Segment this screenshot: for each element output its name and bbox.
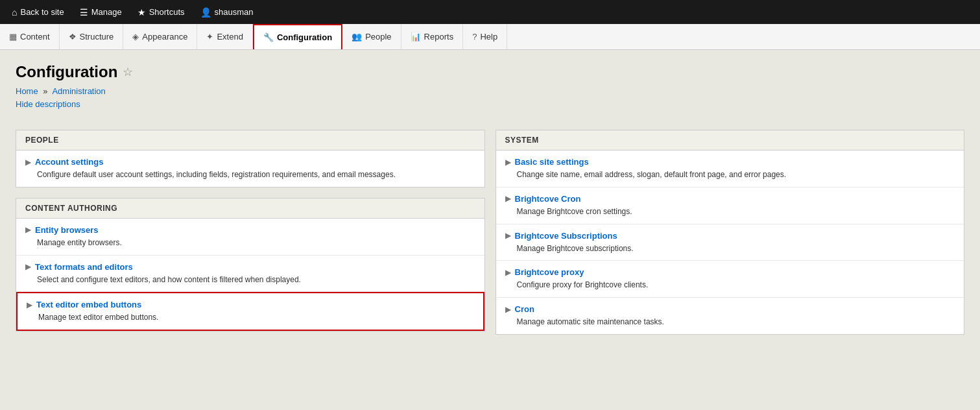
shortcuts-label: Shortcuts — [149, 7, 185, 17]
home-icon: ⌂ — [12, 7, 17, 18]
text-editor-embed-item: ▶ Text editor embed buttons Manage text … — [16, 292, 484, 331]
account-settings-desc: Configure default user account settings,… — [37, 169, 475, 180]
text-formats-title-row: ▶ Text formats and editors — [25, 262, 475, 272]
text-formats-item: ▶ Text formats and editors Select and co… — [16, 256, 484, 293]
shortcuts-button[interactable]: ★ Shortcuts — [131, 0, 191, 24]
account-settings-title-row: ▶ Account settings — [25, 157, 475, 167]
arrow-icon: ▶ — [505, 158, 511, 167]
left-column: PEOPLE ▶ Account settings Configure defa… — [16, 130, 485, 335]
breadcrumb: Home » Administration — [16, 86, 964, 96]
nav-help[interactable]: ? Help — [463, 24, 507, 49]
text-editor-embed-link[interactable]: Text editor embed buttons — [36, 300, 141, 309]
entity-browsers-title-row: ▶ Entity browsers — [25, 225, 475, 235]
brightcove-cron-title-row: ▶ Brightcove Cron — [505, 194, 955, 204]
account-settings-link[interactable]: Account settings — [35, 157, 103, 167]
cron-desc: Manage automatic site maintenance tasks. — [517, 317, 955, 328]
account-settings-item: ▶ Account settings Configure default use… — [16, 151, 484, 187]
people-icon: 👥 — [352, 32, 362, 42]
back-to-site-label: Back to site — [20, 7, 64, 17]
two-column-layout: PEOPLE ▶ Account settings Configure defa… — [16, 130, 964, 335]
nav-configuration[interactable]: 🔧 Configuration — [253, 24, 342, 49]
basic-site-settings-item: ▶ Basic site settings Change site name, … — [496, 151, 964, 187]
nav-reports[interactable]: 📊 Reports — [401, 24, 464, 49]
entity-browsers-link[interactable]: Entity browsers — [35, 225, 99, 235]
arrow-icon: ▶ — [25, 262, 31, 271]
star-icon: ★ — [137, 7, 146, 18]
nav-content-label: Content — [20, 32, 50, 42]
content-icon: ▦ — [9, 32, 17, 42]
arrow-icon: ▶ — [25, 225, 31, 234]
breadcrumb-home[interactable]: Home — [16, 86, 38, 96]
brightcove-proxy-title-row: ▶ Brightcove proxy — [505, 267, 955, 277]
entity-browsers-desc: Manage entity browsers. — [37, 237, 475, 248]
arrow-icon: ▶ — [505, 194, 511, 203]
people-section: PEOPLE ▶ Account settings Configure defa… — [16, 130, 485, 187]
breadcrumb-separator: » — [43, 86, 47, 96]
username-label: shausman — [215, 7, 254, 17]
system-section: SYSTEM ▶ Basic site settings Change site… — [496, 130, 965, 335]
brightcove-subscriptions-desc: Manage Brightcove subscriptions. — [517, 243, 955, 254]
content-authoring-header: CONTENT AUTHORING — [16, 199, 484, 219]
help-icon: ? — [472, 32, 477, 42]
text-editor-embed-title-row: ▶ Text editor embed buttons — [27, 300, 474, 309]
user-button[interactable]: 👤 shausman — [194, 0, 260, 24]
text-formats-desc: Select and configure text editors, and h… — [37, 274, 475, 285]
basic-site-settings-title-row: ▶ Basic site settings — [505, 157, 955, 167]
arrow-icon: ▶ — [25, 158, 31, 167]
basic-site-settings-desc: Change site name, email address, slogan,… — [517, 169, 955, 180]
nav-appearance[interactable]: ◈ Appearance — [123, 24, 197, 49]
right-column: SYSTEM ▶ Basic site settings Change site… — [496, 130, 965, 335]
cron-item: ▶ Cron Manage automatic site maintenance… — [496, 298, 964, 334]
nav-extend-label: Extend — [217, 32, 243, 42]
page-content: Configuration ☆ Home » Administration Hi… — [0, 50, 980, 410]
arrow-icon: ▶ — [505, 231, 511, 240]
nav-help-label: Help — [480, 32, 497, 42]
structure-icon: ❖ — [69, 32, 77, 42]
nav-people-label: People — [365, 32, 391, 42]
hide-descriptions-link[interactable]: Hide descriptions — [16, 99, 80, 109]
brightcove-subscriptions-title-row: ▶ Brightcove Subscriptions — [505, 231, 955, 241]
brightcove-subscriptions-link[interactable]: Brightcove Subscriptions — [515, 231, 617, 241]
main-nav: ▦ Content ❖ Structure ◈ Appearance ✦ Ext… — [0, 24, 980, 50]
nav-extend[interactable]: ✦ Extend — [197, 24, 252, 49]
nav-appearance-label: Appearance — [142, 32, 187, 42]
reports-icon: 📊 — [411, 32, 421, 42]
extend-icon: ✦ — [206, 32, 213, 42]
arrow-icon: ▶ — [505, 268, 511, 277]
brightcove-cron-desc: Manage Brightcove cron settings. — [517, 206, 955, 217]
brightcove-cron-item: ▶ Brightcove Cron Manage Brightcove cron… — [496, 187, 964, 224]
nav-reports-label: Reports — [424, 32, 454, 42]
cron-title-row: ▶ Cron — [505, 304, 955, 314]
system-section-header: SYSTEM — [496, 130, 964, 151]
nav-people[interactable]: 👥 People — [342, 24, 401, 49]
bookmark-icon[interactable]: ☆ — [123, 65, 133, 79]
wrench-icon: 🔧 — [263, 32, 274, 42]
cron-link[interactable]: Cron — [515, 304, 534, 314]
content-authoring-section: CONTENT AUTHORING ▶ Entity browsers Mana… — [16, 198, 485, 332]
arrow-icon: ▶ — [27, 300, 32, 309]
people-section-header: PEOPLE — [16, 130, 484, 151]
menu-icon: ☰ — [80, 7, 88, 18]
breadcrumb-admin[interactable]: Administration — [52, 86, 105, 96]
page-title-area: Configuration ☆ — [16, 63, 964, 81]
brightcove-proxy-link[interactable]: Brightcove proxy — [515, 267, 584, 277]
text-formats-link[interactable]: Text formats and editors — [35, 262, 133, 272]
nav-configuration-label: Configuration — [277, 32, 332, 42]
brightcove-proxy-desc: Configure proxy for Brightcove clients. — [517, 280, 955, 291]
manage-label: Manage — [91, 7, 122, 17]
admin-bar: ⌂ Back to site ☰ Manage ★ Shortcuts 👤 sh… — [0, 0, 980, 24]
manage-button[interactable]: ☰ Manage — [73, 0, 128, 24]
brightcove-cron-link[interactable]: Brightcove Cron — [515, 194, 581, 204]
brightcove-proxy-item: ▶ Brightcove proxy Configure proxy for B… — [496, 261, 964, 298]
nav-content[interactable]: ▦ Content — [0, 24, 60, 49]
appearance-icon: ◈ — [132, 32, 139, 42]
page-title: Configuration — [16, 63, 117, 81]
nav-structure[interactable]: ❖ Structure — [60, 24, 124, 49]
user-icon: 👤 — [200, 7, 211, 18]
back-to-site-button[interactable]: ⌂ Back to site — [5, 0, 71, 24]
text-editor-embed-desc: Manage text editor embed buttons. — [38, 312, 474, 323]
entity-browsers-item: ▶ Entity browsers Manage entity browsers… — [16, 219, 484, 256]
brightcove-subscriptions-item: ▶ Brightcove Subscriptions Manage Bright… — [496, 224, 964, 261]
nav-structure-label: Structure — [80, 32, 114, 42]
basic-site-settings-link[interactable]: Basic site settings — [515, 157, 589, 167]
